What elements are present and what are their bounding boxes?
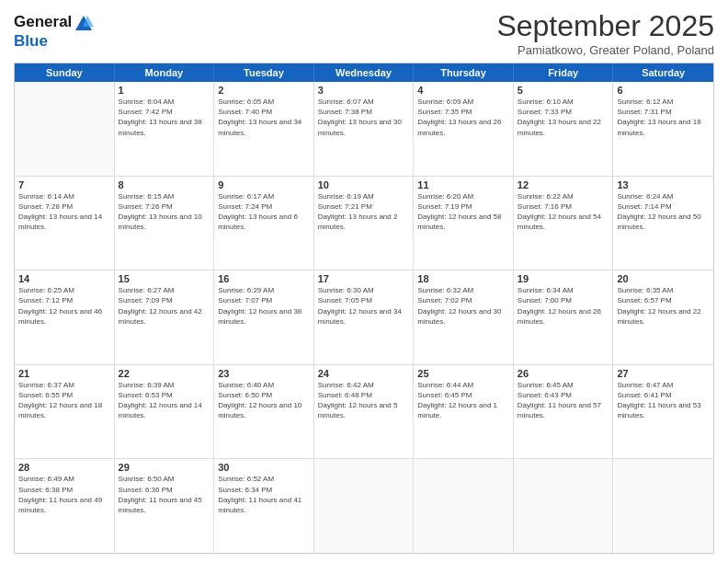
cell-info: Sunrise: 6:49 AMSunset: 6:38 PMDaylight:… [18,474,110,515]
cell-info: Sunrise: 6:30 AMSunset: 7:05 PMDaylight:… [318,285,410,327]
day-header-monday: Monday [115,63,215,82]
cell-date: 20 [617,273,710,284]
calendar-cell: 19Sunrise: 6:34 AMSunset: 7:00 PMDayligh… [514,270,614,364]
cell-date: 11 [417,179,509,190]
day-header-thursday: Thursday [414,63,514,82]
month-title: September 2025 [496,9,714,43]
day-header-tuesday: Tuesday [214,63,314,82]
cell-info: Sunrise: 6:35 AMSunset: 6:57 PMDaylight:… [617,285,710,327]
cell-info: Sunrise: 6:07 AMSunset: 7:38 PMDaylight:… [318,97,410,138]
cell-date: 1 [119,85,210,96]
cell-info: Sunrise: 6:19 AMSunset: 7:21 PMDaylight:… [318,191,410,233]
logo: General Blue [14,13,94,50]
cell-info: Sunrise: 6:40 AMSunset: 6:50 PMDaylight:… [218,380,310,421]
cell-date: 28 [18,462,110,473]
calendar-cell: 26Sunrise: 6:45 AMSunset: 6:43 PMDayligh… [514,365,614,459]
calendar-cell: 25Sunrise: 6:44 AMSunset: 6:45 PMDayligh… [414,365,514,459]
cell-date: 4 [417,85,509,96]
cell-date: 16 [218,273,310,284]
cell-info: Sunrise: 6:10 AMSunset: 7:33 PMDaylight:… [518,97,609,138]
cell-date: 24 [318,368,410,379]
cell-date: 30 [218,462,310,473]
calendar-cell: 3Sunrise: 6:07 AMSunset: 7:38 PMDaylight… [314,82,415,176]
calendar-cell: 7Sunrise: 6:14 AMSunset: 7:28 PMDaylight… [15,177,115,270]
calendar-cell: 13Sunrise: 6:24 AMSunset: 7:14 PMDayligh… [613,177,713,270]
cell-info: Sunrise: 6:17 AMSunset: 7:24 PMDaylight:… [218,191,310,233]
calendar-cell: 21Sunrise: 6:37 AMSunset: 6:55 PMDayligh… [15,365,115,459]
calendar-cell: 10Sunrise: 6:19 AMSunset: 7:21 PMDayligh… [314,177,415,270]
cell-info: Sunrise: 6:50 AMSunset: 6:36 PMDaylight:… [119,474,210,515]
cell-date: 7 [18,179,110,190]
cell-date: 8 [119,179,210,190]
cell-date: 25 [417,368,509,379]
calendar-cell: 16Sunrise: 6:29 AMSunset: 7:07 PMDayligh… [214,270,314,364]
title-block: September 2025 Pamiatkowo, Greater Polan… [496,9,714,57]
day-header-saturday: Saturday [613,63,713,82]
cell-date: 3 [318,85,410,96]
cell-info: Sunrise: 6:14 AMSunset: 7:28 PMDaylight:… [18,191,110,233]
calendar-cell: 30Sunrise: 6:52 AMSunset: 6:34 PMDayligh… [214,459,314,553]
cell-info: Sunrise: 6:39 AMSunset: 6:53 PMDaylight:… [119,380,210,421]
calendar-cell: 20Sunrise: 6:35 AMSunset: 6:57 PMDayligh… [613,270,713,364]
cell-info: Sunrise: 6:29 AMSunset: 7:07 PMDaylight:… [218,285,310,327]
cell-date: 23 [218,368,310,379]
cell-info: Sunrise: 6:24 AMSunset: 7:14 PMDaylight:… [617,191,710,233]
calendar-cell: 28Sunrise: 6:49 AMSunset: 6:38 PMDayligh… [15,459,115,553]
day-header-wednesday: Wednesday [314,63,415,82]
calendar: SundayMondayTuesdayWednesdayThursdayFrid… [14,63,714,554]
calendar-cell: 22Sunrise: 6:39 AMSunset: 6:53 PMDayligh… [115,365,215,459]
calendar-cell: 6Sunrise: 6:12 AMSunset: 7:31 PMDaylight… [613,82,713,176]
page: General Blue September 2025 Pamiatkowo, … [0,0,728,563]
calendar-cell: 4Sunrise: 6:09 AMSunset: 7:35 PMDaylight… [414,82,514,176]
cell-date: 13 [617,179,710,190]
day-header-friday: Friday [514,63,614,82]
calendar-cell: 27Sunrise: 6:47 AMSunset: 6:41 PMDayligh… [613,365,713,459]
calendar-cell [414,459,514,553]
cell-date: 5 [518,85,609,96]
cell-info: Sunrise: 6:22 AMSunset: 7:16 PMDaylight:… [518,191,609,233]
cell-info: Sunrise: 6:34 AMSunset: 7:00 PMDaylight:… [518,285,609,327]
week-row-2: 7Sunrise: 6:14 AMSunset: 7:28 PMDaylight… [15,177,713,271]
cell-info: Sunrise: 6:20 AMSunset: 7:19 PMDaylight:… [417,191,509,233]
week-row-3: 14Sunrise: 6:25 AMSunset: 7:12 PMDayligh… [15,270,713,365]
cell-info: Sunrise: 6:45 AMSunset: 6:43 PMDaylight:… [518,380,609,421]
cell-date: 6 [617,85,710,96]
cell-info: Sunrise: 6:15 AMSunset: 7:26 PMDaylight:… [119,191,210,233]
cell-date: 12 [518,179,609,190]
cell-info: Sunrise: 6:47 AMSunset: 6:41 PMDaylight:… [617,380,710,421]
logo-text: General [14,13,94,32]
cell-info: Sunrise: 6:09 AMSunset: 7:35 PMDaylight:… [417,97,509,138]
header: General Blue September 2025 Pamiatkowo, … [14,9,714,57]
calendar-cell: 15Sunrise: 6:27 AMSunset: 7:09 PMDayligh… [115,270,215,364]
calendar-cell: 11Sunrise: 6:20 AMSunset: 7:19 PMDayligh… [414,177,514,270]
calendar-cell: 2Sunrise: 6:05 AMSunset: 7:40 PMDaylight… [214,82,314,176]
calendar-cell: 9Sunrise: 6:17 AMSunset: 7:24 PMDaylight… [214,177,314,270]
day-headers: SundayMondayTuesdayWednesdayThursdayFrid… [15,63,713,82]
calendar-cell: 8Sunrise: 6:15 AMSunset: 7:26 PMDaylight… [115,177,215,270]
cell-date: 22 [119,368,210,379]
cell-date: 19 [518,273,609,284]
cell-info: Sunrise: 6:27 AMSunset: 7:09 PMDaylight:… [119,285,210,327]
day-header-sunday: Sunday [15,63,115,82]
cell-date: 18 [417,273,509,284]
cell-info: Sunrise: 6:04 AMSunset: 7:42 PMDaylight:… [119,97,210,138]
calendar-cell: 18Sunrise: 6:32 AMSunset: 7:02 PMDayligh… [414,270,514,364]
calendar-cell: 14Sunrise: 6:25 AMSunset: 7:12 PMDayligh… [15,270,115,364]
cell-date: 21 [18,368,110,379]
cell-info: Sunrise: 6:42 AMSunset: 6:48 PMDaylight:… [318,380,410,421]
week-row-5: 28Sunrise: 6:49 AMSunset: 6:38 PMDayligh… [15,459,713,553]
logo-blue: Blue [14,32,94,51]
calendar-cell: 12Sunrise: 6:22 AMSunset: 7:16 PMDayligh… [514,177,614,270]
location-subtitle: Pamiatkowo, Greater Poland, Poland [496,43,714,57]
calendar-cell: 17Sunrise: 6:30 AMSunset: 7:05 PMDayligh… [314,270,415,364]
cell-date: 15 [119,273,210,284]
cell-info: Sunrise: 6:32 AMSunset: 7:02 PMDaylight:… [417,285,509,327]
cell-info: Sunrise: 6:05 AMSunset: 7:40 PMDaylight:… [218,97,310,138]
cell-date: 17 [318,273,410,284]
cell-date: 9 [218,179,310,190]
cell-info: Sunrise: 6:12 AMSunset: 7:31 PMDaylight:… [617,97,710,138]
calendar-cell: 29Sunrise: 6:50 AMSunset: 6:36 PMDayligh… [115,459,215,553]
calendar-body: 1Sunrise: 6:04 AMSunset: 7:42 PMDaylight… [15,82,713,553]
cell-info: Sunrise: 6:52 AMSunset: 6:34 PMDaylight:… [218,474,310,515]
cell-info: Sunrise: 6:37 AMSunset: 6:55 PMDaylight:… [18,380,110,421]
